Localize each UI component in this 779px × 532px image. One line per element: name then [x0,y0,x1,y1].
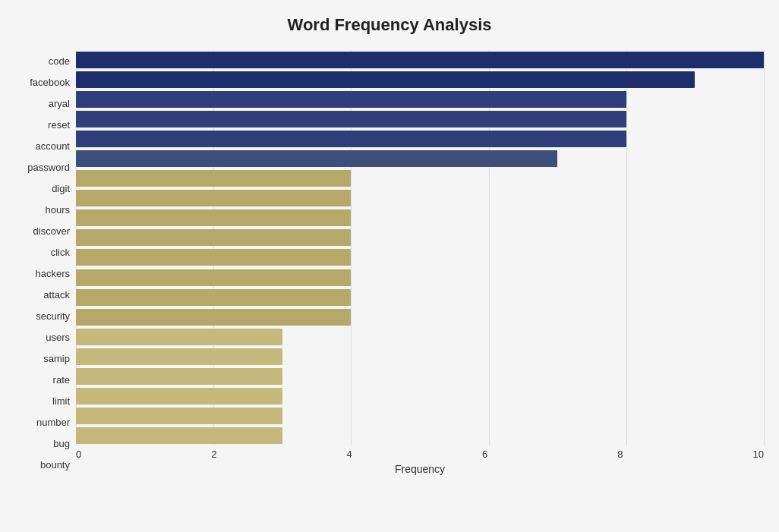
bar [76,388,282,405]
bar [76,269,351,286]
bar-row [76,208,764,228]
y-label: security [36,311,70,321]
bar [76,329,282,345]
bar [76,91,626,108]
y-label: users [46,332,70,342]
chart-container: Word Frequency Analysis codefacebookarya… [0,0,779,532]
y-label: samip [43,354,70,364]
x-ticks: 0246810 [76,445,764,460]
bar-row [76,367,764,386]
x-axis: 0246810 Frequency [76,445,764,476]
bar-row [76,168,764,188]
y-label: limit [52,396,70,406]
bars-wrapper [76,50,764,445]
bar [76,309,351,326]
y-label: reset [48,120,70,130]
bar-row [76,129,764,149]
y-label: digit [52,184,70,194]
plot-area: 0246810 Frequency [76,50,764,476]
y-label: code [49,56,70,66]
grid-line [764,50,765,445]
y-label: account [35,141,70,151]
bar-row [76,327,764,347]
chart-area: codefacebookaryalresetaccountpassworddig… [15,50,764,476]
bar-row [76,307,764,327]
bar-row [76,50,764,70]
bar [76,131,626,147]
bar [76,71,695,88]
bar-row [76,70,764,90]
bar-row [76,386,764,406]
bar [76,150,557,167]
bar [76,289,351,306]
y-label: facebook [30,77,70,87]
bar-row [76,149,764,168]
x-tick: 6 [482,449,487,460]
bar-row [76,347,764,367]
y-label: hackers [35,269,70,279]
bar [76,170,351,187]
bar [76,348,282,365]
x-axis-label: Frequency [76,463,764,475]
x-tick: 2 [211,449,216,460]
bar-row [76,90,764,109]
x-tick: 0 [76,449,81,460]
y-label: bounty [40,460,70,470]
y-label: bug [53,439,70,449]
chart-title: Word Frequency Analysis [15,15,764,35]
bar [76,427,282,444]
bar [76,111,626,127]
y-label: password [27,162,70,172]
x-tick: 10 [752,449,763,460]
y-label: click [51,247,70,257]
y-label: aryal [49,99,70,109]
bar-row [76,228,764,247]
bar [76,368,282,385]
bar [76,249,351,266]
bar-row [76,109,764,129]
bar-row [76,188,764,208]
bar-row [76,406,764,426]
bar-row [76,268,764,288]
y-label: number [36,417,70,427]
bar [76,209,351,226]
bar [76,52,764,68]
bar-row [76,288,764,307]
y-axis: codefacebookaryalresetaccountpassworddig… [15,50,76,476]
y-label: rate [53,375,70,385]
x-tick: 4 [347,449,352,460]
bar [76,190,351,206]
bar-row [76,426,764,445]
bar [76,229,351,246]
y-label: hours [45,205,70,215]
y-label: attack [43,290,70,300]
y-label: discover [33,226,70,236]
x-tick: 8 [617,449,623,460]
bar-row [76,247,764,267]
bar [76,408,282,424]
